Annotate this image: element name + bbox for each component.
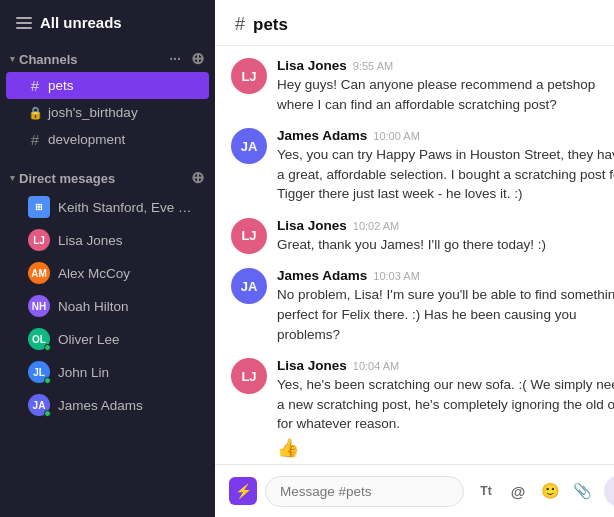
dm-item-lisa-jones[interactable]: LJ Lisa Jones — [6, 224, 209, 256]
at-mention-icon[interactable]: @ — [504, 477, 532, 505]
sidebar: All unreads ▾ Channels ··· ⊕ # pets 🔒 jo… — [0, 0, 215, 517]
avatar-james-adams: JA — [28, 394, 50, 416]
dm-item-noah-hilton[interactable]: NH Noah Hilton — [6, 290, 209, 322]
dm-name-oliver-lee: Oliver Lee — [58, 332, 199, 347]
channel-item-pets[interactable]: # pets — [6, 72, 209, 99]
channel-item-development[interactable]: # development — [6, 126, 209, 153]
dm-item-john-lin[interactable]: JL John Lin — [6, 356, 209, 388]
dm-name-alex-mccoy: Alex McCoy — [58, 266, 199, 281]
avatar-noah-hilton: NH — [28, 295, 50, 317]
avatar-keith-eve: ⊞ — [28, 196, 50, 218]
dm-label: Direct mesages — [19, 171, 115, 186]
dm-name-keith-eve: Keith Stanford, Eve Libe... — [58, 200, 199, 215]
message-3: LJ Lisa Jones 10:02 AM Great, thank you … — [231, 218, 614, 255]
avatar-msg-lisa-3: LJ — [231, 358, 267, 394]
messages-area: LJ Lisa Jones 9:55 AM Hey guys! Can anyo… — [215, 46, 614, 464]
message-body-4: James Adams 10:03 AM No problem, Lisa! I… — [277, 268, 614, 344]
channel-item-joshs-birthday[interactable]: 🔒 josh's_birthday — [6, 100, 209, 125]
channel-name-pets: pets — [48, 78, 199, 93]
channels-section: ▾ Channels ··· ⊕ # pets 🔒 josh's_birthda… — [0, 41, 215, 160]
msg-time-2: 10:00 AM — [373, 130, 419, 142]
hash-icon-dev: # — [28, 131, 42, 148]
message-input[interactable] — [265, 476, 464, 507]
message-body-1: Lisa Jones 9:55 AM Hey guys! Can anyone … — [277, 58, 614, 114]
dm-section: ▾ Direct mesages ⊕ ⊞ Keith Stanford, Eve… — [0, 160, 215, 428]
dm-name-lisa-jones: Lisa Jones — [58, 233, 199, 248]
msg-sender-1: Lisa Jones — [277, 58, 347, 73]
message-4: JA James Adams 10:03 AM No problem, Lisa… — [231, 268, 614, 344]
message-1: LJ Lisa Jones 9:55 AM Hey guys! Can anyo… — [231, 58, 614, 114]
msg-text-2: Yes, you can try Happy Paws in Houston S… — [277, 145, 614, 204]
message-5: LJ Lisa Jones 10:04 AM Yes, he's been sc… — [231, 358, 614, 459]
msg-emoji-5: 👍 — [277, 437, 614, 459]
message-body-2: James Adams 10:00 AM Yes, you can try Ha… — [277, 128, 614, 204]
msg-text-3: Great, thank you James! I'll go there to… — [277, 235, 614, 255]
chat-channel-title: pets — [253, 15, 288, 35]
avatar-msg-james-1: JA — [231, 128, 267, 164]
msg-sender-2: James Adams — [277, 128, 367, 143]
msg-text-4: No problem, Lisa! I'm sure you'll be abl… — [277, 285, 614, 344]
msg-text-5: Yes, he's been scratching our new sofa. … — [277, 375, 614, 434]
msg-time-4: 10:03 AM — [373, 270, 419, 282]
msg-time-1: 9:55 AM — [353, 60, 393, 72]
dm-item-oliver-lee[interactable]: OL Oliver Lee — [6, 323, 209, 355]
avatar-john-lin: JL — [28, 361, 50, 383]
channels-label: Channels — [19, 52, 78, 67]
msg-text-1: Hey guys! Can anyone please recommend a … — [277, 75, 614, 114]
msg-time-5: 10:04 AM — [353, 360, 399, 372]
hash-icon: # — [28, 77, 42, 94]
bolt-icon[interactable]: ⚡ — [229, 477, 257, 505]
dm-item-alex-mccoy[interactable]: AM Alex McCoy — [6, 257, 209, 289]
input-actions: Tt @ 🙂 📎 — [472, 477, 596, 505]
message-2: JA James Adams 10:00 AM Yes, you can try… — [231, 128, 614, 204]
send-button[interactable]: ▶ — [604, 475, 614, 507]
avatar-lisa-jones: LJ — [28, 229, 50, 251]
channels-section-header[interactable]: ▾ Channels ··· ⊕ — [0, 47, 215, 71]
avatar-msg-lisa-2: LJ — [231, 218, 267, 254]
channels-add-icon[interactable]: ⊕ — [189, 51, 205, 67]
hamburger-icon[interactable] — [16, 17, 32, 29]
avatar-alex-mccoy: AM — [28, 262, 50, 284]
emoji-icon[interactable]: 🙂 — [536, 477, 564, 505]
input-bar: ⚡ Tt @ 🙂 📎 ▶ — [215, 464, 614, 517]
avatar-msg-lisa-1: LJ — [231, 58, 267, 94]
dm-item-james-adams[interactable]: JA James Adams — [6, 389, 209, 421]
avatar-oliver-lee: OL — [28, 328, 50, 350]
msg-time-3: 10:02 AM — [353, 220, 399, 232]
msg-sender-4: James Adams — [277, 268, 367, 283]
dm-chevron-icon: ▾ — [10, 173, 15, 183]
dm-add-icon[interactable]: ⊕ — [189, 170, 205, 186]
message-body-5: Lisa Jones 10:04 AM Yes, he's been scrat… — [277, 358, 614, 459]
sidebar-header: All unreads — [0, 0, 215, 41]
dm-name-james-adams: James Adams — [58, 398, 199, 413]
channel-name-development: development — [48, 132, 199, 147]
dm-name-john-lin: John Lin — [58, 365, 199, 380]
msg-sender-3: Lisa Jones — [277, 218, 347, 233]
chat-hash-icon: # — [235, 14, 245, 35]
avatar-msg-james-2: JA — [231, 268, 267, 304]
message-body-3: Lisa Jones 10:02 AM Great, thank you Jam… — [277, 218, 614, 255]
attach-icon[interactable]: 📎 — [568, 477, 596, 505]
sidebar-title: All unreads — [40, 14, 122, 31]
dm-name-noah-hilton: Noah Hilton — [58, 299, 199, 314]
channels-more-icon[interactable]: ··· — [167, 51, 183, 67]
channels-chevron-icon: ▾ — [10, 54, 15, 64]
dm-section-header[interactable]: ▾ Direct mesages ⊕ — [0, 166, 215, 190]
lock-icon: 🔒 — [28, 106, 42, 120]
channel-name-joshs-birthday: josh's_birthday — [48, 105, 199, 120]
chat-header: # pets — [215, 0, 614, 46]
msg-sender-5: Lisa Jones — [277, 358, 347, 373]
dm-item-keith-eve[interactable]: ⊞ Keith Stanford, Eve Libe... — [6, 191, 209, 223]
format-text-icon[interactable]: Tt — [472, 477, 500, 505]
main-chat: # pets LJ Lisa Jones 9:55 AM Hey guys! C… — [215, 0, 614, 517]
